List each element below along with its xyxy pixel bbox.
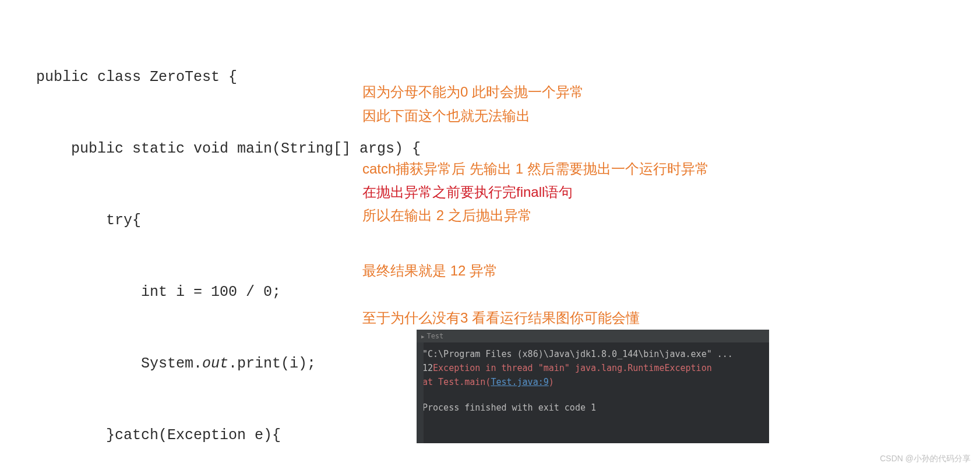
annotation: 因为分母不能为0 此时会抛一个异常 [362,83,584,101]
annotation: 在抛出异常之前要执行完finall语句 [362,183,573,202]
annotation: 最终结果就是 12 异常 [362,261,498,280]
annotation: 所以在输出 2 之后抛出异常 [362,206,532,225]
code-line: int i = 100 / 0; [36,280,421,304]
console-stdout: 12 [422,363,433,373]
console-gutter [417,342,424,443]
code-line: public static void main(String[] args) { [36,137,421,161]
console-stderr: Exception in thread "main" java.lang.Run… [433,363,712,373]
console-line: Process finished with exit code 1 [422,401,763,415]
code-line: System.out.print(i); [36,352,421,376]
console-body: "C:\Program Files (x86)\Java\jdk1.8.0_14… [417,342,769,420]
watermark: CSDN @小孙的代码分享 [880,454,971,464]
code-line: }catch(Exception e){ [36,423,421,447]
console-line: 12Exception in thread "main" java.lang.R… [422,361,763,375]
console-panel: Test "C:\Program Files (x86)\Java\jdk1.8… [417,330,769,443]
console-line: at Test.main(Test.java:9) [422,375,763,389]
annotation: catch捕获异常后 先输出 1 然后需要抛出一个运行时异常 [362,160,709,178]
run-icon [421,332,426,340]
console-line: "C:\Program Files (x86)\Java\jdk1.8.0_14… [422,347,763,361]
stacktrace-link[interactable]: Test.java:9 [491,377,548,387]
console-tab-label: Test [426,332,443,340]
annotation: 因此下面这个也就无法输出 [362,107,530,125]
annotation: 至于为什么没有3 看看运行结果图你可能会懂 [362,309,640,327]
console-tabbar: Test [417,330,769,342]
page-root: public class ZeroTest { public static vo… [0,0,980,470]
